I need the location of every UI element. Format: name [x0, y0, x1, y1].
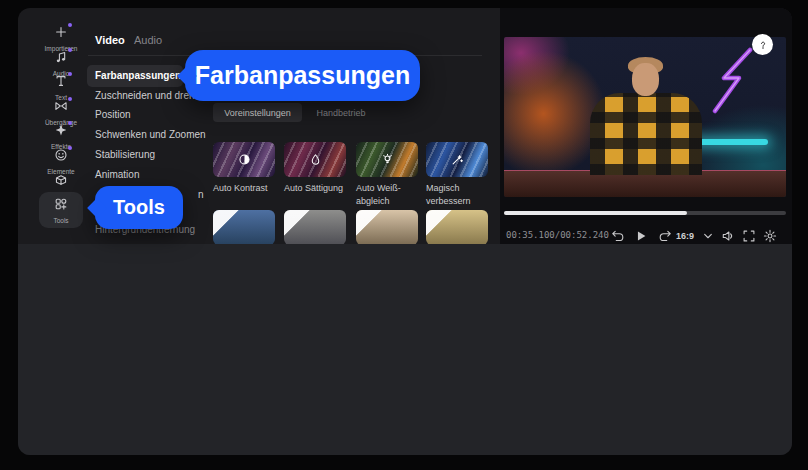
callout-farbanpassungen: Farbanpassungen — [185, 50, 420, 101]
notification-dot — [68, 121, 72, 125]
aspect-ratio-select[interactable]: 16:9 — [676, 231, 694, 241]
speaker-icon[interactable] — [721, 229, 735, 243]
callout-tools-label: Tools — [113, 196, 165, 219]
menu-item-animation[interactable]: Animation — [95, 169, 139, 180]
tools-icon — [54, 197, 69, 212]
preset-auto-kontrast[interactable] — [213, 142, 275, 177]
preset-label: Auto Weiß- — [356, 182, 401, 195]
sidebar-item-tools[interactable]: Tools — [40, 197, 82, 224]
bulb-icon — [356, 142, 418, 177]
video-preview — [504, 37, 786, 197]
sidebar-item-elemente[interactable]: Elemente — [40, 148, 82, 175]
timecode: 00:35.100/00:52.240 — [506, 230, 609, 240]
menu-item-farbanpassungen[interactable]: Farbanpassungen — [95, 70, 181, 81]
sidebar-item-importieren[interactable]: Importieren — [40, 25, 82, 52]
effects-icon — [54, 123, 69, 138]
preset-mountain-snow — [284, 210, 346, 245]
notification-dot — [68, 72, 72, 76]
contrast-icon — [213, 142, 275, 177]
chevron-down-icon[interactable] — [701, 229, 715, 243]
timeline-panel: Exportieren 00:00:0000:00:0500:00:1000:0… — [18, 244, 792, 455]
preset-label: verbessern — [426, 195, 471, 208]
notification-dot — [68, 146, 72, 150]
preset-label: Auto Kontrast — [213, 182, 268, 195]
text-icon — [54, 74, 69, 89]
callout-farbanpassungen-label: Farbanpassungen — [195, 61, 410, 90]
menu-item-position[interactable]: Position — [95, 109, 131, 120]
plus-icon — [54, 25, 69, 40]
preset-label: abgleich — [356, 195, 390, 208]
preset-filter-warm[interactable] — [356, 210, 418, 245]
jump-back-icon[interactable] — [611, 229, 625, 243]
preset-filter-gray[interactable] — [284, 210, 346, 245]
preset-filter-sepia[interactable] — [426, 210, 488, 245]
tab-video[interactable]: Video — [95, 34, 125, 46]
sidebar-item-label: Tools — [40, 217, 82, 224]
sidebar-item-text[interactable]: Text — [40, 74, 82, 101]
preset-auto-weiß--abgleich[interactable] — [356, 142, 418, 177]
tab-handbetrieb[interactable]: Handbetrieb — [312, 103, 370, 122]
preset-auto-sättigung[interactable] — [284, 142, 346, 177]
preset-mountain-snow — [213, 210, 275, 245]
menu-item-n[interactable]: n — [198, 189, 204, 200]
app-window: ImportierenAudioTextÜbergängeEffekteElem… — [18, 8, 792, 455]
jump-forward-icon[interactable] — [658, 229, 672, 243]
preset-mountain-snow — [356, 210, 418, 245]
notification-dot — [68, 23, 72, 27]
sidebar-item-effekte[interactable]: Effekte — [40, 123, 82, 150]
elements-icon — [54, 148, 69, 163]
callout-tools: Tools — [95, 186, 183, 229]
transition-icon — [54, 99, 69, 114]
help-button[interactable] — [752, 34, 773, 55]
preview-progress[interactable] — [504, 211, 786, 215]
fullscreen-icon[interactable] — [742, 229, 756, 243]
tab-voreinstellungen[interactable]: Voreinstellungen — [213, 103, 302, 122]
sidebar-item-übergänge[interactable]: Übergänge — [40, 99, 82, 126]
menu-item-stabilisierung[interactable]: Stabilisierung — [95, 149, 155, 160]
packages-icon — [54, 173, 69, 188]
tab-audio[interactable]: Audio — [134, 34, 162, 46]
preset-label: Magisch — [426, 182, 460, 195]
droplet-icon — [284, 142, 346, 177]
preset-magisch-verbessern[interactable] — [426, 142, 488, 177]
gear-icon[interactable] — [763, 229, 777, 243]
presenter-head — [632, 63, 659, 96]
preset-label: Auto Sättigung — [284, 182, 343, 195]
preset-mountain-snow — [426, 210, 488, 245]
menu-item-schwenken-und-zoomen[interactable]: Schwenken und Zoomen — [95, 129, 206, 140]
music-note-icon — [54, 50, 69, 65]
notification-dot — [68, 97, 72, 101]
preset-filter-cool[interactable] — [213, 210, 275, 245]
presenter-body — [590, 93, 702, 175]
notification-dot — [68, 48, 72, 52]
sidebar-item-audio[interactable]: Audio — [40, 50, 82, 77]
play-icon[interactable] — [634, 229, 648, 243]
lightning-icon — [706, 47, 764, 117]
wand-icon — [426, 142, 488, 177]
